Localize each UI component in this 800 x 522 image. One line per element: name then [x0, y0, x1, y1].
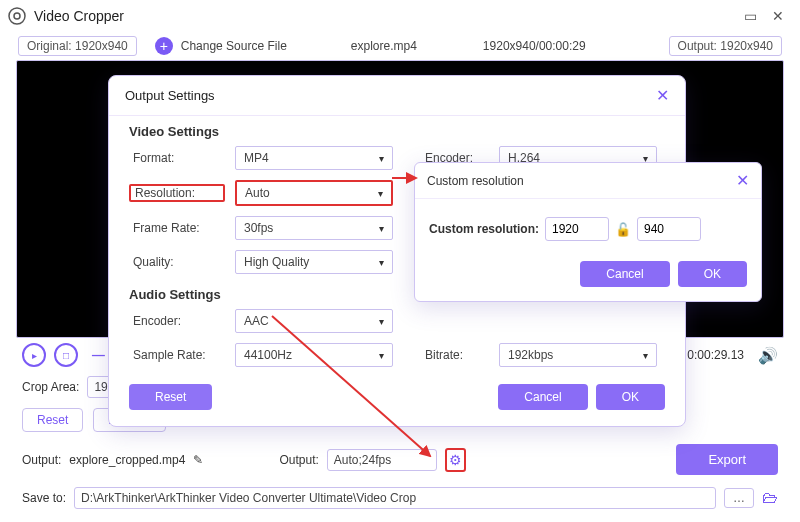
output-settings-gear-highlight: ⚙: [445, 448, 466, 472]
popup-footer: Cancel OK: [415, 251, 761, 301]
crop-area-label: Crop Area:: [22, 380, 79, 394]
popup-header: Custom resolution ✕: [415, 163, 761, 199]
edit-filename-icon[interactable]: ✎: [193, 453, 203, 467]
custom-resolution-label: Custom resolution:: [429, 222, 539, 236]
app-title: Video Cropper: [34, 8, 736, 24]
bitrate-label: Bitrate:: [425, 348, 489, 362]
popup-body: Custom resolution: 🔓: [415, 199, 761, 251]
dialog-reset-button[interactable]: Reset: [129, 384, 212, 410]
window-minimize-icon[interactable]: ▭: [736, 8, 764, 24]
playhead-time: 0:00:29.13: [687, 348, 744, 362]
quality-select[interactable]: High Quality▾: [235, 250, 393, 274]
reset-button[interactable]: Reset: [22, 408, 83, 432]
framerate-label: Frame Rate:: [129, 221, 225, 235]
plus-icon: +: [155, 37, 173, 55]
custom-width-input[interactable]: [545, 217, 609, 241]
change-source-button[interactable]: + Change Source File: [155, 37, 287, 55]
popup-cancel-button[interactable]: Cancel: [580, 261, 669, 287]
play-icon[interactable]: ▸: [22, 343, 46, 367]
quality-label: Quality:: [129, 255, 225, 269]
row-samplerate: Sample Rate: 44100Hz▾ Bitrate: 192kbps▾: [109, 338, 685, 372]
dialog-footer: Reset Cancel OK: [109, 372, 685, 410]
video-settings-heading: Video Settings: [109, 116, 685, 141]
dialog-ok-button[interactable]: OK: [596, 384, 665, 410]
svg-point-1: [14, 13, 20, 19]
chevron-down-icon: ▾: [379, 223, 384, 234]
close-icon[interactable]: ✕: [656, 86, 669, 105]
custom-resolution-popup: Custom resolution ✕ Custom resolution: 🔓…: [414, 162, 762, 302]
chevron-down-icon: ▾: [379, 316, 384, 327]
chevron-down-icon: ▾: [379, 350, 384, 361]
format-select[interactable]: MP4▾: [235, 146, 393, 170]
output-row: Output: explore_cropped.mp4 ✎ Output: Au…: [0, 438, 800, 481]
open-folder-icon[interactable]: 🗁: [762, 489, 778, 507]
samplerate-select[interactable]: 44100Hz▾: [235, 343, 393, 367]
unlock-aspect-icon[interactable]: 🔓: [615, 222, 631, 237]
output-dimensions: Output: 1920x940: [669, 36, 782, 56]
chevron-down-icon: ▾: [643, 350, 648, 361]
chevron-down-icon: ▾: [378, 188, 383, 199]
resolution-select[interactable]: Auto▾: [235, 180, 393, 206]
original-dimensions: Original: 1920x940: [18, 36, 137, 56]
dialog-header: Output Settings ✕: [109, 76, 685, 116]
save-path-input[interactable]: D:\ArkThinker\ArkThinker Video Converter…: [74, 487, 716, 509]
gear-icon[interactable]: ⚙: [449, 452, 462, 468]
source-dimensions-duration: 1920x940/00:00:29: [477, 37, 592, 55]
popup-title: Custom resolution: [427, 174, 736, 188]
close-icon[interactable]: ✕: [736, 171, 749, 190]
title-bar: Video Cropper ▭ ✕: [0, 0, 800, 32]
svg-point-0: [9, 8, 25, 24]
popup-ok-button[interactable]: OK: [678, 261, 747, 287]
info-bar: Original: 1920x940 + Change Source File …: [0, 32, 800, 60]
custom-height-input[interactable]: [637, 217, 701, 241]
stop-icon[interactable]: □: [54, 343, 78, 367]
format-label: Format:: [129, 151, 225, 165]
output-spec-value[interactable]: Auto;24fps: [327, 449, 437, 471]
framerate-select[interactable]: 30fps▾: [235, 216, 393, 240]
window-close-icon[interactable]: ✕: [764, 8, 792, 24]
save-to-row: Save to: D:\ArkThinker\ArkThinker Video …: [0, 481, 800, 519]
chevron-down-icon: ▾: [379, 153, 384, 164]
output-spec-label: Output:: [279, 453, 318, 467]
bitrate-select[interactable]: 192kbps▾: [499, 343, 657, 367]
dialog-title: Output Settings: [125, 88, 656, 103]
app-logo-icon: [8, 7, 26, 25]
output-file-label: Output:: [22, 453, 61, 467]
encoder-a-label: Encoder:: [129, 314, 225, 328]
row-encoder-a: Encoder: AAC▾: [109, 304, 685, 338]
encoder-a-select[interactable]: AAC▾: [235, 309, 393, 333]
save-to-label: Save to:: [22, 491, 66, 505]
samplerate-label: Sample Rate:: [129, 348, 225, 362]
export-button[interactable]: Export: [676, 444, 778, 475]
resolution-label-highlight: Resolution:: [129, 184, 225, 202]
volume-icon[interactable]: 🔊: [758, 346, 778, 365]
source-filename: explore.mp4: [345, 37, 423, 55]
timeline-handle-icon[interactable]: ─: [92, 345, 105, 366]
output-file-value: explore_cropped.mp4: [69, 453, 185, 467]
chevron-down-icon: ▾: [379, 257, 384, 268]
dialog-cancel-button[interactable]: Cancel: [498, 384, 587, 410]
browse-path-button[interactable]: …: [724, 488, 754, 508]
